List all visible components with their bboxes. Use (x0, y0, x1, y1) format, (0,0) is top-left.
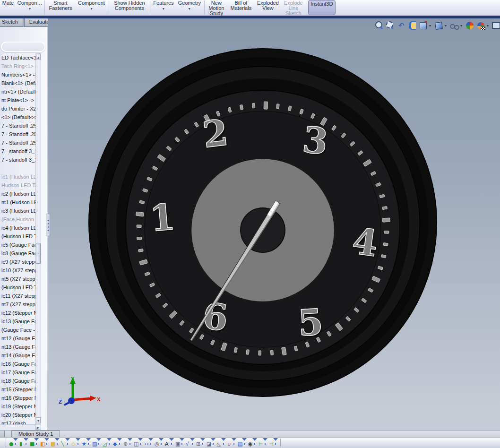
scrollbar-thumb[interactable]: ≡ (36, 243, 41, 264)
model-tab-stub[interactable] (0, 431, 5, 437)
splitter-arrow-icon: ◂ (47, 229, 49, 232)
full-screen-icon[interactable] (491, 21, 500, 30)
filter-base-glyph: ⊣ (269, 441, 274, 448)
filter-midpoints-icon[interactable]: ◆ (112, 438, 122, 448)
filter-faces-icon[interactable]: ■ (29, 438, 39, 448)
filter-blocks-icon[interactable]: ▤ (237, 438, 247, 448)
filter-routing-points-icon[interactable]: ◫ (133, 438, 143, 448)
apply-scene-icon[interactable] (465, 21, 474, 30)
splitter-grip[interactable]: ◂◂◂◂ (46, 214, 50, 236)
instant3d-button[interactable]: Instant3D (308, 0, 336, 15)
toolbar-separator (307, 0, 307, 15)
tree-horizontal-scrollbar[interactable]: ▶ (0, 424, 41, 430)
dropdown-caret-icon[interactable]: ▾ (163, 6, 164, 11)
toolbar-separator (44, 0, 45, 15)
panel-splitter[interactable]: ◂◂◂◂ (47, 27, 51, 430)
scroll-right-icon[interactable]: ▶ (35, 425, 41, 430)
filter-geometric-tolerance-icon[interactable]: ⊞ (195, 438, 206, 448)
filter-weld-symbols-icon[interactable]: ◺ (216, 438, 226, 448)
gauge-tick (138, 249, 143, 252)
selection-filter-toolbar: ●▮■◧▩╲◇★▨◿◆⊕◫↔◎A▣√⊞◪◺∪▤◉⊢⊣ (0, 437, 500, 448)
filter-sketch-segments-icon[interactable]: ◿ (102, 438, 112, 448)
gauge-tick (276, 104, 280, 109)
scroll-up-icon[interactable]: ▲ (36, 54, 41, 60)
display-style-icon[interactable] (434, 21, 443, 30)
funnel-overlay-icon (148, 438, 153, 441)
compon--button[interactable]: Compon…▾ (16, 0, 43, 16)
filter-base-glyph: ╲ (61, 441, 64, 448)
view-orientation-icon[interactable] (418, 21, 428, 30)
dropdown-caret-icon[interactable]: ▾ (460, 24, 464, 28)
filter-base-glyph: ■ (30, 441, 34, 448)
section-view-icon[interactable] (407, 21, 417, 30)
scroll-down-icon[interactable]: ▼ (36, 417, 41, 423)
funnel-overlay-icon (44, 438, 49, 441)
filter-surface-bodies-icon[interactable]: ◧ (39, 438, 50, 448)
filter-base-glyph: ⊞ (196, 441, 200, 448)
view-settings-icon[interactable] (476, 21, 485, 30)
zoom-to-area-icon[interactable] (386, 21, 395, 30)
tree-vertical-scrollbar[interactable]: ▲ ≡ ▼ (35, 53, 41, 430)
funnel-overlay-icon (55, 438, 60, 441)
splitter-arrow-icon: ◂ (47, 222, 49, 225)
button-label: Exploded View (257, 0, 279, 11)
funnel-overlay-icon (128, 438, 132, 441)
gauge-number: 2 (200, 111, 230, 156)
geometry-button[interactable]: Geometry▾ (176, 0, 203, 16)
funnel-overlay-icon (117, 438, 122, 441)
tab-motion-study-1[interactable]: Motion Study 1 (11, 431, 60, 437)
filter-base-glyph: ◉ (248, 441, 253, 448)
previous-view-icon[interactable]: ↶ (397, 21, 406, 30)
filter-connection-points-icon[interactable]: ⊢ (258, 438, 268, 448)
filter-mass-center-icon[interactable]: ◉ (247, 438, 258, 448)
filter-surface-finish-icon[interactable]: √ (185, 438, 195, 448)
dropdown-caret-icon[interactable]: ▾ (429, 24, 432, 28)
smart-fasteners-button[interactable]: Smart Fasteners (46, 0, 75, 16)
hide-show-items-icon[interactable] (449, 21, 459, 30)
funnel-overlay-icon (96, 438, 101, 441)
gauge-3d-model[interactable]: 112233445566 (48, 27, 500, 430)
filter-notes-icon[interactable]: A (164, 438, 174, 448)
filter-routing-clips-icon[interactable]: ⊣ (268, 438, 278, 448)
filter-dimensions-icon[interactable]: ↔ (143, 438, 154, 448)
dropdown-caret-icon[interactable]: ▾ (445, 24, 448, 28)
graphics-viewport[interactable]: 112233445566 Y X Z (48, 18, 500, 430)
mate-button[interactable]: Mate (0, 0, 16, 16)
gauge-tick (137, 237, 142, 240)
filter-center-marks-icon[interactable]: ⊕ (122, 438, 133, 448)
filter-base-glyph: ⊕ (123, 441, 128, 448)
dropdown-caret-icon[interactable]: ▾ (90, 6, 92, 11)
heads-up-view-toolbar: ↶▾▾▾▾ (375, 19, 500, 32)
filter-hole-callouts-icon[interactable]: ◎ (154, 438, 164, 448)
exploded-view-button[interactable]: Exploded View (255, 0, 281, 16)
gauge-number: 3 (301, 118, 330, 163)
features-button[interactable]: Features▾ (151, 0, 176, 16)
filter-datums-icon[interactable]: ◪ (206, 438, 216, 448)
new-motion-study-button[interactable]: New Motion Study (206, 0, 227, 16)
funnel-overlay-icon (34, 438, 39, 441)
dropdown-caret-icon[interactable]: ▾ (29, 6, 31, 11)
component-button[interactable]: Component▾ (75, 0, 108, 16)
dropdown-caret-icon[interactable]: ▾ (189, 6, 190, 11)
triad-z-label: Z (59, 399, 62, 405)
filter-vertices-icon[interactable]: ● (8, 438, 18, 448)
filter-planes-icon[interactable]: ◇ (70, 438, 81, 448)
filter-sketch-points-icon[interactable]: ★ (81, 438, 91, 448)
filter-solid-bodies-icon[interactable]: ▩ (50, 438, 60, 448)
bill-of-materials-button[interactable]: Bill of Materials (227, 0, 255, 16)
filter-cosmetic-threads-icon[interactable]: ∪ (226, 438, 237, 448)
tab-sketch[interactable]: Sketch (0, 18, 23, 27)
feature-manager-header[interactable] (1, 42, 45, 52)
button-label: Show Hidden Components (113, 0, 146, 11)
gauge-tick (270, 350, 273, 355)
filter-axes-icon[interactable]: ╲ (60, 438, 70, 448)
filter-base-glyph: ◆ (113, 441, 117, 448)
explode-line-sketch-button[interactable]: Explode Line Sketch (281, 0, 306, 16)
dropdown-caret-icon[interactable]: ▾ (487, 24, 490, 28)
filter-edges-icon[interactable]: ▮ (18, 438, 29, 448)
filter-sketches-icon[interactable]: ▨ (91, 438, 102, 448)
show-hidden-components-button[interactable]: Show Hidden Components (110, 0, 149, 16)
filter-base-glyph: ▣ (175, 441, 180, 448)
filter-balloons-icon[interactable]: ▣ (174, 438, 185, 448)
zoom-to-fit-icon[interactable] (375, 21, 384, 30)
